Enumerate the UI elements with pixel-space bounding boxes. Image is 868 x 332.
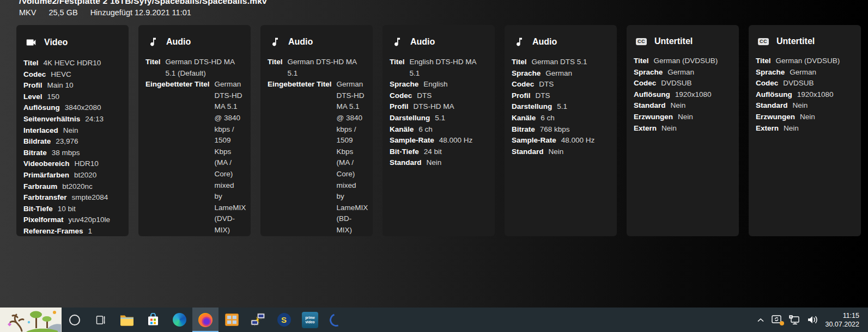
audio-icon <box>269 36 281 47</box>
property-value: Nein <box>678 112 732 123</box>
stream-property-row: Bitrate768 kbps <box>512 124 610 136</box>
property-label: Titel <box>512 57 527 68</box>
property-label: Titel <box>756 56 771 67</box>
property-label: Sprache <box>390 79 418 90</box>
stream-property-row: Titel4K HEVC HDR10 <box>23 58 122 69</box>
property-label: Bitrate <box>23 147 47 159</box>
property-value: 1920x1080 <box>675 89 732 101</box>
property-value: German <box>667 67 732 78</box>
property-value: Nein <box>661 123 732 134</box>
property-value: 23,976 <box>56 136 122 147</box>
remote-desktop-button[interactable] <box>245 308 271 332</box>
loading-app-button[interactable] <box>323 308 349 332</box>
file-explorer-button[interactable] <box>114 308 140 332</box>
property-label: Sprache <box>268 236 296 237</box>
prime-video-button[interactable]: prime video <box>297 308 323 332</box>
firefox-button[interactable] <box>192 308 218 332</box>
tray-sync-button[interactable] <box>770 313 784 326</box>
stream-property-row: StandardNein <box>512 146 610 158</box>
stream-property-row: ProfilDTS-HD MA <box>390 101 488 113</box>
property-value: 48.000 Hz <box>439 135 488 146</box>
card-title: Video <box>44 38 68 47</box>
taskbar: S prime video <box>0 308 868 332</box>
property-label: Farbtransfer <box>23 192 67 204</box>
property-value: 6 ch <box>541 113 610 124</box>
chevron-up-icon <box>757 317 764 323</box>
media-stream-card: Video Titel4K HEVC HDR10CodecHEVCProfilM… <box>16 25 129 236</box>
blue-swirl-icon <box>327 311 345 329</box>
property-label: Bildrate <box>23 136 51 147</box>
start-button-custom[interactable] <box>0 308 62 332</box>
microsoft-store-button[interactable] <box>140 308 166 332</box>
property-label: Bitrate <box>512 124 535 136</box>
property-label: Codec <box>634 78 656 89</box>
file-header: /Volume2/Festplatte 2 16TB/Syfy/Spacebal… <box>0 0 868 17</box>
edge-button[interactable] <box>166 308 192 332</box>
stream-property-row: SpracheGerman <box>268 236 366 237</box>
notification-dot <box>780 321 784 325</box>
property-label: Darstellung <box>512 101 552 113</box>
property-label: Sample-Rate <box>390 135 434 146</box>
property-label: Codec <box>390 90 412 102</box>
property-value: German <box>790 67 854 78</box>
stream-property-row: ErzwungenNein <box>756 112 854 123</box>
stream-property-row: Level150 <box>23 91 122 103</box>
property-value: 5.1 <box>435 113 488 124</box>
taskbar-clock[interactable]: 11:15 30.07.2022 <box>822 308 868 332</box>
prime-video-icon: prime video <box>302 312 318 328</box>
media-stream-card: Audio TitelGerman DTS 5.1SpracheGermanCo… <box>505 25 617 236</box>
stream-property-row: SpracheGerman <box>756 67 854 78</box>
property-value: 1 <box>88 226 122 236</box>
vnc-viewer-button[interactable] <box>218 308 245 332</box>
property-value: 5.1 <box>557 101 610 113</box>
date-added: Hinzugefügt 12.9.2021 11:01 <box>90 8 191 17</box>
stream-property-row: ProfilDTS <box>512 90 610 102</box>
task-view-button[interactable] <box>88 308 114 332</box>
stream-property-row: Darstellung5.1 <box>512 101 610 113</box>
tray-volume-button[interactable] <box>806 314 820 325</box>
property-value: Nein <box>63 125 122 137</box>
property-label: Profil <box>512 90 531 102</box>
video-icon <box>25 36 37 48</box>
media-stream-card: Audio TitelGerman DTS-HD MA 5.1 (Default… <box>138 25 251 236</box>
card-rows: TitelGerman DTS 5.1SpracheGermanCodecDTS… <box>512 57 610 157</box>
property-label: Titel <box>23 58 39 69</box>
property-value: German <box>301 236 366 237</box>
stream-property-row: SpracheGerman <box>145 236 244 237</box>
stream-property-row: ExternNein <box>634 123 732 134</box>
property-value: German <box>545 68 610 79</box>
tray-network-button[interactable] <box>788 314 802 326</box>
property-value: 6 ch <box>418 124 488 136</box>
property-label: Darstellung <box>390 113 430 124</box>
cc-icon-letters: CC <box>758 38 769 45</box>
property-value: 4K HEVC HDR10 <box>44 58 122 69</box>
s-app-button[interactable]: S <box>271 308 297 332</box>
stream-property-row: Bit-Tiefe24 bit <box>390 146 488 158</box>
cortana-icon <box>69 315 80 325</box>
property-label: Pixelformat <box>23 214 64 226</box>
property-value: Nein <box>793 100 854 112</box>
card-rows: TitelGerman (DVDSUB)SpracheGermanCodecDV… <box>756 56 854 134</box>
property-value: 24 bit <box>424 146 488 158</box>
property-label: Standard <box>512 146 544 158</box>
stream-property-row: Bitrate38 mbps <box>23 147 122 159</box>
property-label: Bit-Tiefe <box>23 204 53 215</box>
stream-property-row: Eingebetteter TitelGerman DTS-HD MA 5.1 … <box>268 79 366 236</box>
stream-property-row: SpracheEnglish <box>390 79 488 90</box>
property-value: German (DVDSUB) <box>654 56 732 67</box>
stream-property-row: CodecDTS <box>512 79 610 90</box>
stream-property-row: Sample-Rate48.000 Hz <box>512 135 610 146</box>
property-label: Eingebetteter Titel <box>268 79 332 236</box>
property-value: 10 bit <box>58 204 122 215</box>
stream-property-row: Farbtransfersmpte2084 <box>23 192 122 204</box>
cortana-button[interactable] <box>62 308 88 332</box>
remote-desktop-icon <box>251 313 265 327</box>
file-meta: MKV 25,5 GB Hinzugefügt 12.9.2021 11:01 <box>19 8 868 17</box>
tray-chevron-button[interactable] <box>756 316 766 324</box>
property-value: bt2020 <box>74 170 122 181</box>
property-value: German <box>179 236 244 237</box>
trees-illustration-icon <box>0 308 62 332</box>
property-value: DTS <box>417 90 488 102</box>
property-label: Titel <box>390 57 405 79</box>
property-value: Nein <box>549 146 610 158</box>
